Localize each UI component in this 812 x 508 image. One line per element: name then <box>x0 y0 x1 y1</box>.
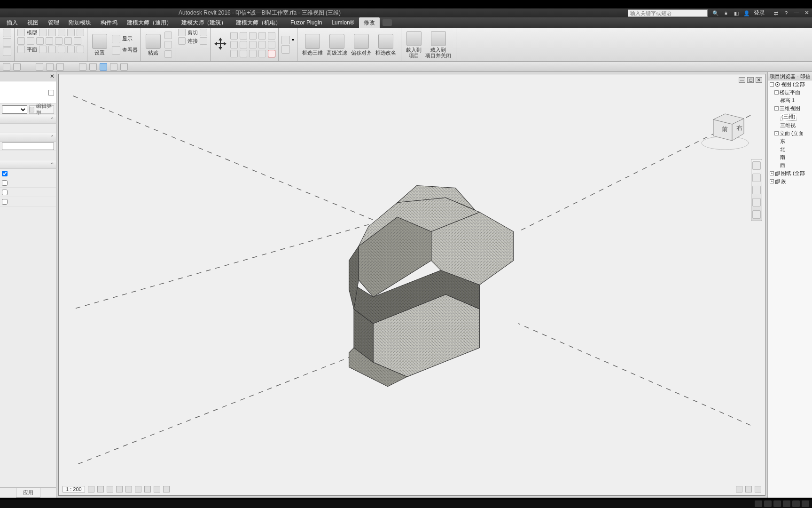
user-icon[interactable]: 👤 <box>742 9 751 17</box>
paste-button[interactable]: 粘贴 <box>144 34 163 56</box>
tab-addins[interactable]: 附加模块 <box>64 17 96 28</box>
vc-r3-icon[interactable] <box>755 486 761 492</box>
pick-line-icon[interactable] <box>74 37 81 45</box>
qa-7[interactable] <box>89 63 97 71</box>
qa-1[interactable] <box>3 63 10 71</box>
props-section-1[interactable]: ⌃ <box>0 115 56 124</box>
modify-icon[interactable] <box>3 29 11 37</box>
tab-manage[interactable]: 管理 <box>43 17 64 28</box>
apply-button[interactable]: 应用 <box>16 488 40 498</box>
qa-9[interactable] <box>120 63 128 71</box>
d1-icon[interactable] <box>39 46 47 53</box>
half-icon[interactable] <box>46 37 53 45</box>
nav-home-icon[interactable] <box>752 161 761 170</box>
props-section-3[interactable]: ⌃ <box>0 160 56 169</box>
align-icon[interactable] <box>230 32 238 40</box>
minimize-button[interactable]: — <box>791 9 802 17</box>
browser-west[interactable]: 西 <box>768 161 812 169</box>
mirror-icon[interactable] <box>249 32 257 40</box>
browser-families[interactable]: +🗐 族 <box>768 177 812 185</box>
ellipse-icon[interactable] <box>36 37 44 45</box>
d2-icon[interactable] <box>48 46 56 53</box>
tab-builder-arch[interactable]: 建模大师（建筑） <box>177 17 231 28</box>
cut-dd-icon[interactable] <box>200 29 207 36</box>
settings-button[interactable]: 设置 <box>90 34 109 56</box>
browser-3d-current[interactable]: (三维) <box>768 112 812 121</box>
vc-r2-icon[interactable] <box>745 486 752 492</box>
adv-filter-button[interactable]: 高级过滤 <box>325 29 349 60</box>
viewer-icon[interactable] <box>112 46 120 55</box>
scale-button[interactable]: 1 : 200 <box>62 486 85 492</box>
qa-active[interactable] <box>100 63 107 71</box>
delete-icon[interactable] <box>268 50 275 57</box>
trim1-icon[interactable] <box>268 32 275 40</box>
arc-icon[interactable] <box>67 29 75 36</box>
exchange-icon[interactable]: ⇄ <box>772 9 780 17</box>
app-icon[interactable]: ◧ <box>732 9 741 17</box>
tab-builder-general[interactable]: 建模大师（通用） <box>122 17 177 28</box>
array-icon[interactable] <box>258 41 266 48</box>
vp-close-icon[interactable]: ✕ <box>756 77 762 83</box>
vp-min-icon[interactable]: — <box>739 77 745 83</box>
browser-3d-views[interactable]: -三维视图 <box>768 104 812 112</box>
tray-5-icon[interactable] <box>792 500 800 507</box>
show-icon[interactable] <box>112 35 120 43</box>
load-project-button[interactable]: 载入到 项目 <box>404 29 423 60</box>
tray-6-icon[interactable] <box>802 500 809 507</box>
plane-icon[interactable] <box>17 46 25 53</box>
circle-icon[interactable] <box>58 29 65 36</box>
tray-4-icon[interactable] <box>783 500 790 507</box>
tab-goujianwu[interactable]: 构件坞 <box>96 17 122 28</box>
tab-overflow[interactable] <box>383 19 392 26</box>
detail-level-icon[interactable] <box>88 486 94 492</box>
3d-viewport[interactable]: — ◻ ✕ 前 右 <box>58 74 765 496</box>
edit-type-button[interactable]: 编辑类型 <box>29 105 55 114</box>
split-icon[interactable] <box>249 41 257 48</box>
visual-style-icon[interactable] <box>97 486 104 492</box>
fillet-icon[interactable] <box>64 37 72 45</box>
dimension-icon[interactable] <box>281 45 290 54</box>
measure-icon[interactable] <box>281 36 290 44</box>
trim2-icon[interactable] <box>240 41 247 48</box>
help-search-input[interactable] <box>628 9 708 17</box>
nav-wheel-icon[interactable] <box>752 174 761 182</box>
cut-clip-icon[interactable] <box>164 32 172 39</box>
browser-north[interactable]: 北 <box>768 145 812 153</box>
prop-check-1[interactable] <box>2 171 8 176</box>
tab-modify[interactable]: 修改 <box>359 17 380 28</box>
props-section-2[interactable]: ⌃ <box>0 133 56 142</box>
vc-r1-icon[interactable] <box>736 486 742 492</box>
tray-3-icon[interactable] <box>773 500 781 507</box>
tab-builder-mep[interactable]: 建模大师（机电） <box>231 17 286 28</box>
vp-max-icon[interactable]: ◻ <box>747 77 754 83</box>
rect-icon[interactable] <box>39 29 47 36</box>
cope-icon[interactable] <box>178 29 186 36</box>
tab-fuzor[interactable]: Fuzor Plugin <box>286 18 327 27</box>
select-icon[interactable] <box>3 38 11 47</box>
copy2-icon[interactable] <box>230 50 238 57</box>
lock-icon[interactable] <box>154 486 160 492</box>
match-icon[interactable] <box>164 50 172 58</box>
prop-check-2[interactable] <box>2 180 8 186</box>
qa-5[interactable] <box>56 63 64 71</box>
browser-elevations[interactable]: -立面 (立面 <box>768 129 812 137</box>
join-dd-icon[interactable] <box>200 37 207 45</box>
line-icon[interactable] <box>17 29 25 36</box>
sun-icon[interactable] <box>107 486 113 492</box>
qa-4[interactable] <box>46 63 54 71</box>
browser-east[interactable]: 东 <box>768 137 812 145</box>
select3d-button[interactable]: 框选三维 <box>300 29 325 60</box>
crop-icon[interactable] <box>135 486 141 492</box>
properties-close-icon[interactable]: ✕ <box>48 73 56 80</box>
browser-sheets[interactable]: +🗐 图纸 (全部 <box>768 169 812 177</box>
offset-align-button[interactable]: 偏移对齐 <box>349 29 374 60</box>
qa-2[interactable] <box>13 63 21 71</box>
qa-3[interactable] <box>36 63 43 71</box>
shadow-icon[interactable] <box>116 486 123 492</box>
instance-selector[interactable] <box>2 105 27 114</box>
prop-check-4[interactable] <box>2 199 8 205</box>
browser-views[interactable]: -⦿ 视图 (全部 <box>768 80 812 88</box>
search-icon[interactable]: 🔍 <box>711 9 720 17</box>
offset-icon[interactable] <box>240 32 247 40</box>
render-icon[interactable] <box>125 486 132 492</box>
